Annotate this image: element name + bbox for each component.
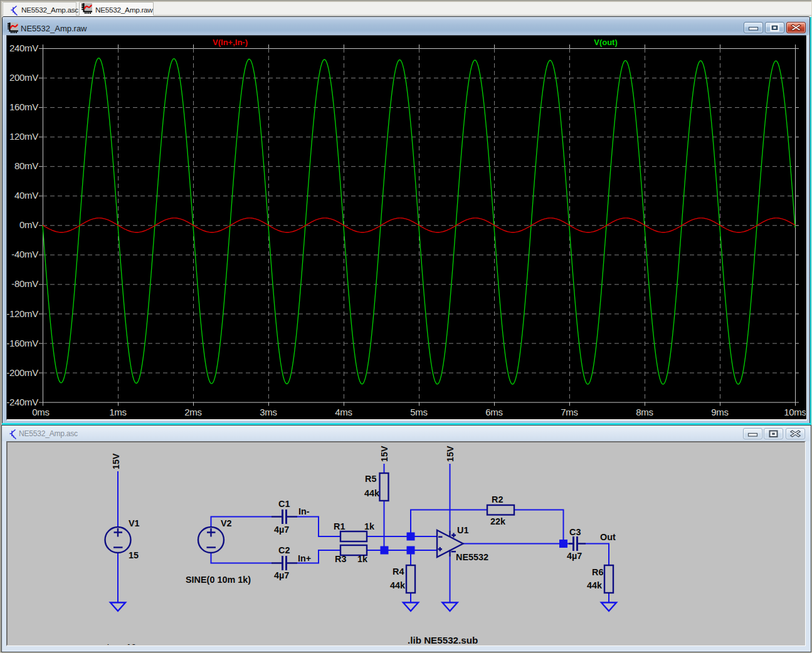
svg-text:R2: R2 <box>492 494 503 504</box>
svg-text:V(out): V(out) <box>594 38 618 47</box>
svg-text:C1: C1 <box>278 499 290 509</box>
svg-text:R6: R6 <box>592 567 603 577</box>
svg-text:9ms: 9ms <box>711 407 728 417</box>
svg-text:In+: In+ <box>298 553 311 563</box>
svg-text:40mV: 40mV <box>14 190 38 201</box>
svg-text:200mV: 200mV <box>9 72 38 83</box>
svg-text:15V: 15V <box>445 445 455 461</box>
svg-text:7ms: 7ms <box>561 407 577 417</box>
svg-text:C3: C3 <box>569 527 581 537</box>
svg-text:1k: 1k <box>357 554 368 564</box>
svg-text:4µ7: 4µ7 <box>274 570 289 580</box>
svg-text:U1: U1 <box>457 525 468 535</box>
svg-text:V2: V2 <box>221 518 232 528</box>
svg-text:SINE(0 10m 1k): SINE(0 10m 1k) <box>186 575 251 585</box>
svg-text:0ms: 0ms <box>32 407 49 417</box>
svg-text:240mV: 240mV <box>9 43 38 53</box>
svg-text:1k: 1k <box>364 521 375 531</box>
svg-text:3ms: 3ms <box>260 407 277 417</box>
svg-text:1ms: 1ms <box>109 407 126 417</box>
svg-text:4ms: 4ms <box>335 407 352 417</box>
svg-text:C2: C2 <box>278 545 290 555</box>
svg-text:5ms: 5ms <box>410 407 427 417</box>
svg-text:8ms: 8ms <box>636 407 653 417</box>
svg-text:-80mV: -80mV <box>11 278 38 289</box>
svg-text:10ms: 10ms <box>784 407 806 417</box>
svg-text:22k: 22k <box>490 516 506 526</box>
svg-text:-240mV: -240mV <box>7 397 38 407</box>
svg-text:In-: In- <box>298 506 310 516</box>
svg-text:NE5532: NE5532 <box>456 552 488 562</box>
svg-text:R4: R4 <box>393 567 404 577</box>
svg-text:-120mV: -120mV <box>7 308 38 319</box>
svg-text:44k: 44k <box>587 580 603 590</box>
svg-text:4µ7: 4µ7 <box>274 525 289 535</box>
svg-text:R1: R1 <box>334 521 345 531</box>
svg-text:44k: 44k <box>390 580 406 590</box>
svg-text:R3: R3 <box>335 554 346 564</box>
svg-text:V1: V1 <box>129 518 140 528</box>
svg-text:6ms: 6ms <box>485 407 502 417</box>
svg-text:.tran 10m: .tran 10m <box>104 642 144 645</box>
svg-text:-40mV: -40mV <box>11 249 38 259</box>
svg-text:0mV: 0mV <box>19 219 38 230</box>
svg-text:160mV: 160mV <box>9 102 38 112</box>
svg-text:15: 15 <box>129 550 139 560</box>
svg-text:15V: 15V <box>111 452 121 469</box>
svg-text:4µ7: 4µ7 <box>567 551 582 561</box>
svg-text:Out: Out <box>600 532 616 542</box>
svg-text:.lib NE5532.sub: .lib NE5532.sub <box>408 635 478 645</box>
svg-text:R5: R5 <box>365 474 376 484</box>
svg-text:-160mV: -160mV <box>7 338 38 348</box>
svg-text:80mV: 80mV <box>14 160 38 171</box>
svg-text:V(In+,In-): V(In+,In-) <box>213 38 248 47</box>
svg-text:120mV: 120mV <box>9 131 38 142</box>
svg-text:2ms: 2ms <box>184 407 201 417</box>
svg-text:44k: 44k <box>364 488 380 498</box>
svg-text:-200mV: -200mV <box>7 367 38 378</box>
svg-text:15V: 15V <box>379 445 389 461</box>
